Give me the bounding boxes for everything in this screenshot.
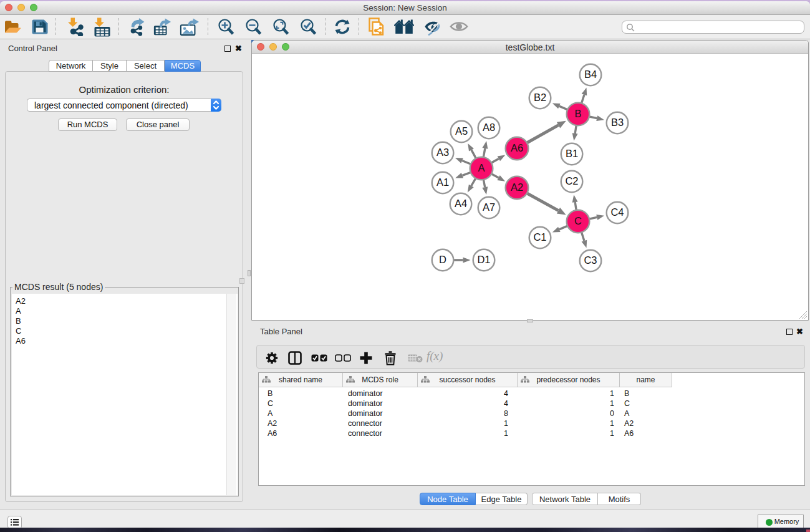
svg-text:A7: A7 bbox=[483, 201, 495, 213]
svg-text:B3: B3 bbox=[611, 117, 624, 128]
svg-text:C2: C2 bbox=[565, 175, 578, 186]
svg-text:D: D bbox=[439, 254, 446, 265]
svg-text:B2: B2 bbox=[534, 92, 546, 103]
svg-text:D1: D1 bbox=[477, 254, 490, 265]
svg-text:A6: A6 bbox=[511, 142, 523, 153]
svg-text:C1: C1 bbox=[533, 231, 546, 243]
svg-text:C: C bbox=[574, 215, 582, 226]
svg-text:C4: C4 bbox=[610, 206, 624, 218]
svg-text:A3: A3 bbox=[436, 147, 449, 158]
svg-text:B4: B4 bbox=[584, 69, 597, 80]
svg-text:B1: B1 bbox=[566, 148, 578, 159]
svg-text:B: B bbox=[574, 108, 581, 119]
svg-text:A2: A2 bbox=[511, 181, 523, 193]
svg-text:A4: A4 bbox=[455, 198, 467, 209]
svg-text:A8: A8 bbox=[483, 122, 495, 133]
svg-text:A: A bbox=[478, 162, 485, 173]
svg-text:C3: C3 bbox=[584, 254, 597, 266]
svg-text:A1: A1 bbox=[436, 177, 449, 188]
svg-text:A5: A5 bbox=[455, 125, 468, 137]
